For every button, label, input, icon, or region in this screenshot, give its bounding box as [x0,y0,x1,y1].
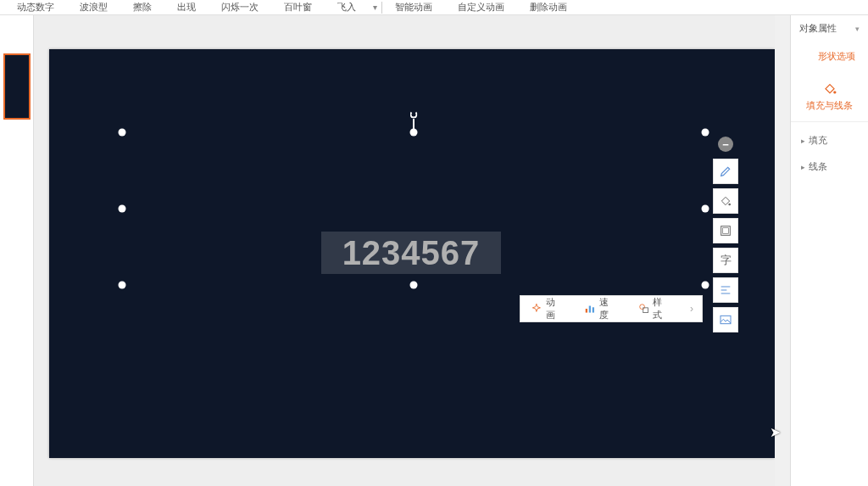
anim-blinds[interactable]: 百叶窗 [271,1,325,14]
bars-icon [584,303,596,315]
anim-wipe[interactable]: 擦除 [120,1,164,14]
ctx-style-label: 样式 [653,296,671,321]
fill-stroke-icon [821,79,838,96]
slide-text-content: 1234567 [342,234,481,272]
anim-wave[interactable]: 波浪型 [67,1,120,14]
svg-rect-1 [589,306,591,313]
smart-animation[interactable]: 智能动画 [382,1,445,14]
image-icon [719,313,732,327]
ctx-animation[interactable]: 动画 [520,296,574,321]
ctx-speed-label: 速度 [599,296,618,321]
context-toolbar: 动画 速度 样式 › [520,295,703,322]
panel-dropdown-icon[interactable]: ▾ [855,25,860,33]
text-button[interactable]: 字 [713,248,738,273]
toolbar-more[interactable]: ▾ [369,3,381,12]
fill-stroke-label: 填充与线条 [806,99,853,112]
fill-stroke-group[interactable]: 填充与线条 [791,66,868,116]
slide-thumbnail-1[interactable] [3,53,31,120]
fill-icon [719,194,732,208]
svg-point-5 [728,204,731,206]
svg-rect-0 [586,309,587,313]
slide-text-box[interactable]: 1234567 [321,232,501,274]
svg-rect-8 [721,316,731,323]
vertical-edit-toolbar: − 字 [713,137,738,332]
vertical-scrollbar[interactable] [775,15,790,486]
fill-button[interactable] [713,188,738,214]
rotate-handle[interactable] [410,111,418,119]
fill-section[interactable]: 填充 [791,127,868,154]
svg-point-3 [639,304,644,310]
svg-rect-2 [593,307,594,312]
stroke-section[interactable]: 线条 [791,154,868,180]
slide-canvas[interactable]: 1234567 动画 速度 样式 › − [49,49,775,458]
anim-appear[interactable]: 出现 [164,1,209,14]
svg-rect-7 [723,228,729,234]
anim-dynamic-number[interactable]: 动态数字 [4,1,67,14]
image-button[interactable] [713,307,738,332]
align-button[interactable] [713,277,738,303]
sparkle-icon [531,303,542,315]
handle-ml[interactable] [119,205,126,213]
anim-flash-once[interactable]: 闪烁一次 [209,1,271,14]
canvas-wrapper: 1234567 动画 速度 样式 › − [34,15,775,486]
shapes-icon [638,303,650,315]
handle-mr[interactable] [702,205,709,213]
handle-tl[interactable] [119,129,126,137]
shape-options-tab[interactable]: 形状选项 [791,42,868,66]
outline-button[interactable] [713,218,738,243]
brush-icon [719,165,732,178]
ctx-speed[interactable]: 速度 [574,296,627,321]
outline-icon [719,224,732,237]
handle-bm[interactable] [410,282,418,289]
align-icon [719,283,732,297]
custom-animation[interactable]: 自定义动画 [445,1,517,14]
brush-button[interactable] [713,159,738,184]
remove-button[interactable]: − [718,137,733,152]
main-area: 1234567 动画 速度 样式 › − [0,15,790,486]
anim-fly-in[interactable]: 飞入 [325,1,369,14]
panel-title: 对象属性 [799,22,837,35]
svg-rect-6 [721,226,731,236]
ctx-animation-label: 动画 [546,296,565,321]
ctx-style[interactable]: 样式 [628,296,682,321]
ctx-chevron-right[interactable]: › [682,303,702,315]
handle-tr[interactable] [702,129,709,137]
handle-bl[interactable] [119,282,126,289]
panel-separator [791,121,868,122]
animation-toolbar: 动态数字 波浪型 擦除 出现 闪烁一次 百叶窗 飞入 ▾ 智能动画 自定义动画 … [0,0,868,15]
panel-header: 对象属性 ▾ [791,15,868,42]
delete-animation[interactable]: 删除动画 [517,1,580,14]
properties-panel: 对象属性 ▾ 形状选项 填充与线条 填充 线条 [790,15,868,486]
svg-point-9 [833,91,836,93]
thumbnail-panel [0,15,34,486]
handle-tm[interactable] [410,129,418,137]
handle-br[interactable] [702,282,709,289]
